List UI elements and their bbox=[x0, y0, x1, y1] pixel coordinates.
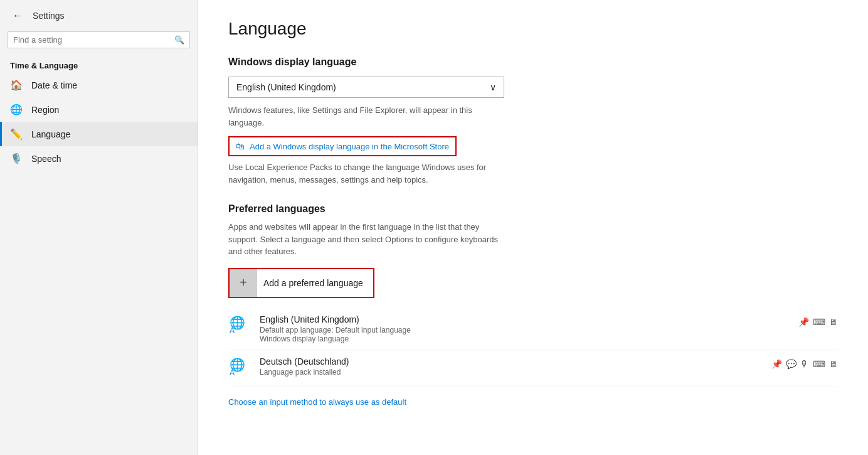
language-icon: ✏️ bbox=[10, 128, 23, 140]
preferred-languages-desc: Apps and websites will appear in the fir… bbox=[228, 221, 504, 258]
language-item-english[interactable]: 🌐 A English (United Kingdom) Default app… bbox=[228, 308, 838, 350]
language-info-deutsch: Deutsch (Deutschland) Language pack inst… bbox=[260, 356, 763, 377]
plus-icon: + bbox=[230, 269, 257, 297]
store-link-box[interactable]: 🛍 Add a Windows display language in the … bbox=[228, 136, 457, 156]
sidebar-header: ← Settings bbox=[0, 0, 198, 29]
language-info-english: English (United Kingdom) Default app lan… bbox=[260, 314, 790, 343]
dropdown-selected-value: English (United Kingdom) bbox=[236, 82, 336, 92]
language-features-english: 📌 ⌨ 🖥 bbox=[798, 317, 838, 327]
keyboard-icon-de: ⌨ bbox=[813, 359, 825, 369]
search-icon: 🔍 bbox=[174, 35, 184, 45]
sidebar: ← Settings 🔍 Time & Language 🏠 Date & ti… bbox=[0, 0, 198, 455]
chat-icon-de: 💬 bbox=[786, 359, 797, 369]
language-sub-english: Default app language; Default input lang… bbox=[260, 326, 790, 343]
chevron-down-icon: ∨ bbox=[490, 82, 496, 92]
sidebar-item-speech[interactable]: 🎙️ Speech bbox=[0, 146, 198, 171]
sidebar-item-label: Date & time bbox=[31, 80, 77, 90]
page-title: Language bbox=[228, 19, 838, 39]
keyboard-icon: ⌨ bbox=[813, 317, 825, 327]
pin-icon-de: 📌 bbox=[771, 359, 782, 369]
display-language-heading: Windows display language bbox=[228, 56, 838, 68]
microphone-icon: 🎙️ bbox=[10, 153, 23, 164]
svg-text:A: A bbox=[230, 326, 235, 335]
sidebar-item-label: Region bbox=[31, 105, 59, 115]
language-sub-deutsch: Language pack installed bbox=[260, 368, 763, 377]
store-icon: 🛍 bbox=[236, 141, 245, 151]
home-icon: 🏠 bbox=[10, 79, 23, 91]
add-lang-btn-label: Add a preferred language bbox=[263, 278, 373, 288]
sidebar-item-language[interactable]: ✏️ Language bbox=[0, 122, 198, 146]
language-item-deutsch[interactable]: 🌐 A Deutsch (Deutschland) Language pack … bbox=[228, 350, 838, 387]
language-name-deutsch: Deutsch (Deutschland) bbox=[260, 356, 763, 367]
language-globe-icon-de: 🌐 A bbox=[228, 356, 251, 380]
store-link[interactable]: Add a Windows display language in the Mi… bbox=[250, 142, 449, 151]
store-desc: Use Local Experience Packs to change the… bbox=[228, 161, 504, 186]
language-globe-icon: 🌐 A bbox=[228, 314, 251, 338]
sidebar-title-label: Settings bbox=[33, 11, 65, 21]
input-default-link[interactable]: Choose an input method to always use as … bbox=[228, 397, 406, 407]
main-content: Language Windows display language Englis… bbox=[198, 0, 868, 455]
sidebar-item-region[interactable]: 🌐 Region bbox=[0, 97, 198, 122]
search-input[interactable] bbox=[13, 35, 171, 45]
sidebar-section-label: Time & Language bbox=[0, 56, 198, 73]
sidebar-item-date-time[interactable]: 🏠 Date & time bbox=[0, 73, 198, 97]
preferred-languages-heading: Preferred languages bbox=[228, 203, 838, 215]
sidebar-item-label: Speech bbox=[31, 154, 61, 164]
search-box[interactable]: 🔍 bbox=[8, 31, 190, 48]
language-name-english: English (United Kingdom) bbox=[260, 314, 790, 324]
language-features-deutsch: 📌 💬 🎙 ⌨ 🖥 bbox=[771, 359, 838, 369]
display-language-dropdown[interactable]: English (United Kingdom) ∨ bbox=[228, 77, 504, 98]
add-preferred-language-button[interactable]: + Add a preferred language bbox=[228, 268, 374, 298]
display-language-dropdown-wrapper: English (United Kingdom) ∨ bbox=[228, 77, 838, 98]
region-icon: 🌐 bbox=[10, 104, 23, 115]
pin-icon: 📌 bbox=[798, 317, 809, 327]
display-icon: 🖥 bbox=[829, 317, 838, 327]
display-icon-de: 🖥 bbox=[829, 359, 838, 369]
svg-text:A: A bbox=[230, 368, 235, 377]
sidebar-item-label: Language bbox=[31, 129, 70, 139]
mic-icon-de: 🎙 bbox=[800, 359, 809, 369]
back-button[interactable]: ← bbox=[10, 9, 25, 23]
display-language-desc: Windows features, like Settings and File… bbox=[228, 104, 504, 129]
